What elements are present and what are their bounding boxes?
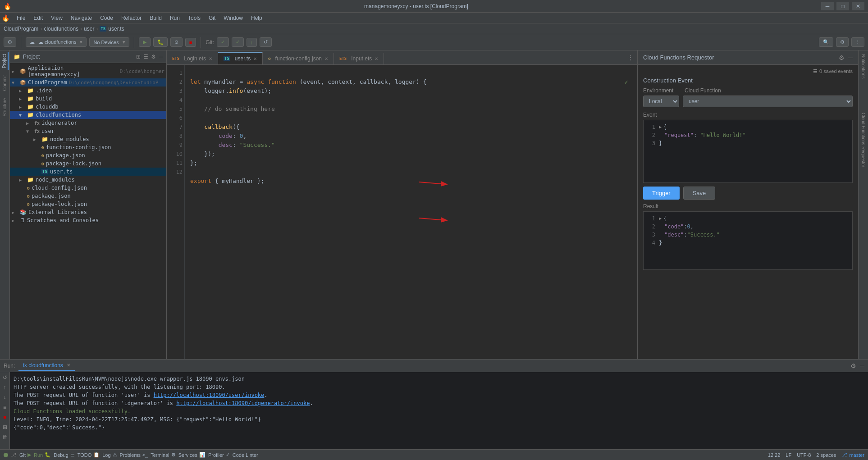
no-devices-dropdown[interactable]: No Devices ▾ [89,37,129,47]
menu-navigate[interactable]: Navigate [67,14,96,22]
git-revert-button[interactable]: ↺ [260,37,272,47]
event-editor[interactable]: 1 ▶ { 2 "request": "Hello World!" 3 } [643,120,853,183]
stop-button[interactable]: ■ [185,38,196,47]
tree-item-node-modules-user[interactable]: ▶ 📁 node_modules [10,135,166,143]
status-debug-item[interactable]: 🐛 Debug [45,452,68,458]
bottom-down-icon[interactable]: ↓ [1,394,9,401]
tree-item-application[interactable]: ▶ 📦 Application [managemoneyxcy] D:\code… [10,64,166,78]
tree-item-build[interactable]: ▶ 📁 build [10,95,166,103]
status-git-item[interactable]: ⎇ Git [11,452,26,458]
tree-item-user[interactable]: ▼ fx user [10,127,166,135]
trigger-button[interactable]: Trigger [643,187,680,200]
menu-view[interactable]: View [47,14,66,22]
code-area[interactable]: let myHandler = async function (event, c… [185,65,637,359]
tree-item-idea[interactable]: ▶ 📁 .idea [10,87,166,95]
menu-build[interactable]: Build [146,14,165,22]
user-ts-tab-close-icon[interactable]: ✕ [253,56,257,61]
cloud-function-select[interactable]: user [683,96,853,107]
status-todo-item[interactable]: ☰ TODO [70,452,92,458]
tree-item-cloudfunctions[interactable]: ▼ 📁 cloudfunctions [10,111,166,119]
tree-item-cloudprogram[interactable]: ▼ 📦 CloudProgram D:\code\hongmeng\DevEco… [10,78,166,87]
tree-item-package2[interactable]: ⚙ package.json [10,192,166,200]
status-problems-item[interactable]: ⚠ Problems [113,452,141,458]
debug-button[interactable]: 🐛 [153,37,168,47]
right-panel-minimize-button[interactable]: ─ [848,54,853,61]
save-button[interactable]: Save [683,187,716,200]
tree-item-user-ts[interactable]: TS user.ts [10,168,166,176]
right-panel-settings-button[interactable]: ⚙ [839,54,845,61]
status-branch[interactable]: ⎇ master [841,452,864,458]
tree-item-scratches[interactable]: ▶ 🗒 Scratches and Consoles [10,216,166,224]
tree-item-cloud-config[interactable]: ⚙ cloud-config.json [10,184,166,192]
structure-side-tab[interactable]: Structure [1,96,8,118]
run-button[interactable]: ▶ [139,37,151,47]
status-codelinter-item[interactable]: ✓ Code Linter [226,452,258,458]
input-ets-tab-close-icon[interactable]: ✕ [375,56,378,61]
tree-item-node-modules-root[interactable]: ▶ 📁 node_modules [10,176,166,184]
notifications-side-tab[interactable]: Notifications [860,52,867,80]
environment-select[interactable]: Local [643,96,679,107]
tabs-more-button[interactable]: ⋮ [624,54,637,61]
bottom-minimize-button[interactable]: ─ [860,362,864,369]
tree-item-package-lock2[interactable]: ⚙ package-lock.json [10,200,166,208]
bottom-restart-icon[interactable]: ↺ [1,374,9,381]
menu-code[interactable]: Code [96,14,117,22]
user-invoke-link[interactable]: http://localhost:18090/user/invoke [154,392,265,398]
bottom-clear-icon[interactable]: 🗑 [1,433,9,441]
tab-user-ts[interactable]: TS user.ts ✕ [218,52,263,64]
panel-close-button[interactable]: ─ [159,54,163,60]
menu-file[interactable]: File [13,14,29,22]
breadcrumb-user[interactable]: user [84,26,94,32]
tree-item-function-config[interactable]: ⚙ function-config.json [10,143,166,151]
status-profiler-item[interactable]: 📊 Profiler [199,452,224,458]
menu-tools[interactable]: Tools [184,14,204,22]
status-spaces[interactable]: 2 spaces [816,452,836,458]
panel-collapse-button[interactable]: ☰ [143,54,148,60]
bottom-stop-icon[interactable]: ■ [1,414,9,421]
bottom-settings-button[interactable]: ⚙ [850,362,856,369]
menu-edit[interactable]: Edit [30,14,46,22]
breadcrumb-cloudprogram[interactable]: CloudProgram [4,26,38,32]
bottom-up-icon[interactable]: ↑ [1,384,9,391]
git-commit-button[interactable]: ✓ [232,37,244,47]
menu-git[interactable]: Git [205,14,219,22]
project-side-tab[interactable]: Project [1,52,9,70]
tree-item-idgenerator[interactable]: ▶ fx idgenerator [10,119,166,127]
cloudfunctions-dropdown[interactable]: ☁ ☁ cloudfunctions ▾ [26,37,87,47]
menu-refactor[interactable]: Refactor [118,14,145,22]
function-config-tab-close-icon[interactable]: ✕ [324,56,328,61]
tree-item-package-lock-json[interactable]: ⚙ package-lock.json [10,159,166,168]
git-push-button[interactable]: ↑ [247,38,257,47]
status-encoding[interactable]: UTF-8 [797,452,811,458]
status-terminal-item[interactable]: >_ Terminal [142,452,169,458]
tree-item-clouddb[interactable]: ▶ 📁 clouddb [10,103,166,111]
idgenerator-invoke-link[interactable]: http://localhost:18090/idgenerator/invok… [176,400,310,406]
close-button[interactable]: ✕ [852,2,864,10]
search-everywhere-button[interactable]: 🔍 [819,37,833,47]
run-tab-close-icon[interactable]: ✕ [67,363,70,368]
menu-window[interactable]: Window [220,14,247,22]
panel-expand-button[interactable]: ⊞ [136,54,141,60]
settings-toolbar-button[interactable]: ⚙ [4,37,16,47]
commit-side-tab[interactable]: Commit [1,73,8,92]
minimize-button[interactable]: ─ [821,2,834,10]
tab-login[interactable]: ETS Login.ets ✕ [167,52,218,64]
breadcrumb-cloudfunctions[interactable]: cloudfunctions [44,26,78,32]
toolbar-more-button[interactable]: ⋮ [851,37,864,47]
status-run-item[interactable]: ▶ Run [27,452,43,458]
tab-input-ets[interactable]: ETS Input.ets ✕ [334,53,384,64]
menu-help[interactable]: Help [247,14,266,22]
toolbar-settings-button[interactable]: ⚙ [836,37,849,47]
login-tab-close-icon[interactable]: ✕ [209,56,212,61]
tab-function-config[interactable]: ⚙ function-config.json ✕ [263,53,334,64]
breadcrumb-file[interactable]: TS user.ts [100,26,124,32]
tree-item-external-libs[interactable]: ▶ 📚 External Libraries [10,208,166,216]
git-update-button[interactable]: ✓ [217,37,229,47]
bottom-filter-icon[interactable]: ≡ [1,404,9,411]
console-output[interactable]: D:\tools\installFilesRun\NVM\nodejs\node… [10,372,868,449]
status-services-item[interactable]: ⚙ Services [171,452,197,458]
coverage-button[interactable]: ⊙ [170,37,183,47]
maximize-button[interactable]: □ [836,2,849,10]
tree-item-package-json[interactable]: ⚙ package.json [10,151,166,159]
status-lf[interactable]: LF [786,452,791,458]
